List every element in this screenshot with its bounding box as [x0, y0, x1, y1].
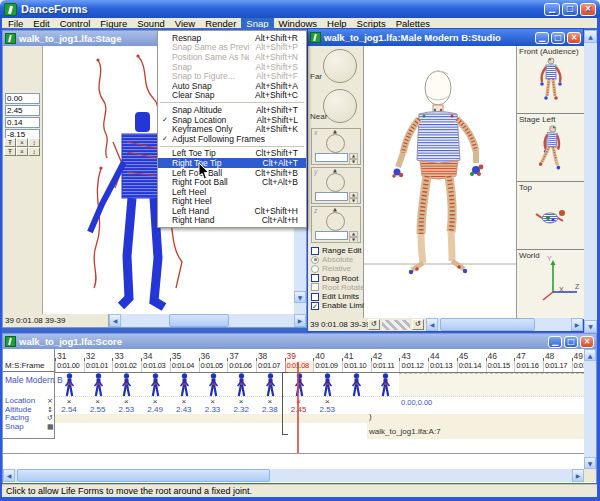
frame-number-36[interactable]: 36 — [199, 351, 227, 361]
frame-number-39[interactable]: 39 — [285, 351, 313, 361]
frame-number-40[interactable]: 40 — [313, 351, 341, 361]
near-camera-dial[interactable] — [323, 89, 357, 123]
snap-menu-item-left-hand[interactable]: Left HandClt+Shift+H — [158, 206, 306, 216]
snap-menu-item-left-heel[interactable]: Left Heel — [158, 187, 306, 197]
frame-number-43[interactable]: 43 — [399, 351, 427, 361]
frame-time-37[interactable]: 0:01.06 — [227, 361, 256, 372]
score-timeline[interactable]: 310:01.00 ×2.54320:01.01 ×2.55330:01.02 … — [3, 349, 596, 483]
altitude-value-36[interactable]: 2.33 — [199, 405, 227, 414]
stage-field-1[interactable] — [5, 105, 40, 116]
keyframe-figure-37[interactable] — [235, 373, 248, 398]
frame-number-42[interactable]: 42 — [371, 351, 399, 361]
rotate-view-icon[interactable]: ↺ — [368, 319, 380, 330]
frame-time-47[interactable]: 0:01.16 — [514, 361, 543, 372]
scroll-down-icon[interactable]: ▼ — [294, 291, 306, 303]
frame-number-48[interactable]: 48 — [543, 351, 571, 361]
snap-menu-item-keyframes-only[interactable]: Keyframes OnlyAlt+Shift+K — [158, 124, 306, 134]
scroll-left-icon[interactable]: ◀ — [3, 469, 15, 482]
frame-time-35[interactable]: 0:01.04 — [170, 361, 199, 372]
studio-option-enable-limits[interactable]: ✓Enable Limits — [311, 301, 370, 310]
dial-circle[interactable] — [326, 134, 345, 153]
keyframe-figure-39[interactable] — [293, 373, 306, 398]
view-world[interactable]: World Y X Z — [517, 250, 585, 318]
y-slider[interactable] — [315, 192, 348, 201]
z-slider[interactable] — [315, 231, 348, 240]
altitude-value-40[interactable]: 2.53 — [313, 405, 341, 414]
stage-tool-button-0[interactable]: Ŧ — [4, 138, 16, 147]
snap-menu-item-right-heel[interactable]: Right Heel — [158, 197, 306, 207]
studio-maximize-button[interactable]: □ — [551, 32, 565, 44]
far-camera-dial[interactable] — [323, 49, 357, 83]
snap-menu-item-snap[interactable]: SnapAlt+Shift+S — [158, 62, 306, 72]
studio-horizontal-scrollbar[interactable]: ◀ ▶ — [426, 318, 583, 331]
minimize-button[interactable]: ▁ — [544, 3, 560, 16]
snap-menu-item-auto-snap[interactable]: Auto SnapAlt+Shift+A — [158, 81, 306, 91]
keyframe-figure-33[interactable] — [120, 373, 133, 398]
scroll-left-icon[interactable]: ◀ — [426, 318, 438, 331]
scroll-up-icon[interactable]: ▲ — [584, 30, 597, 43]
frame-time-38[interactable]: 0:01.07 — [256, 361, 285, 372]
rotate-view-icon[interactable]: ↺ — [412, 319, 424, 330]
frame-time-31[interactable]: 0:01.00 — [55, 361, 84, 372]
stage-tool-button-2[interactable]: ↕ — [28, 138, 40, 147]
score-vertical-scrollbar[interactable]: ▲ ▼ — [584, 349, 596, 469]
studio-titlebar[interactable]: walk_to_jog1.lfa:Male Modern B:Studio ▁ … — [308, 29, 583, 46]
scroll-up-icon[interactable]: ▲ — [584, 349, 596, 361]
stage-tool-button-3[interactable]: Ŧ — [4, 147, 16, 156]
scroll-left-icon[interactable]: ◀ — [109, 314, 121, 327]
studio-option-drag-root[interactable]: Drag Root — [311, 274, 358, 283]
snap-menu-item-position-same-as-next[interactable]: Position Same As NextAlt+Shift+N — [158, 52, 306, 62]
spin-down-icon[interactable]: ▼ — [349, 159, 358, 165]
frame-number-45[interactable]: 45 — [457, 351, 485, 361]
keyframe-figure-32[interactable] — [92, 373, 105, 398]
snap-menu-item-clear-snap[interactable]: Clear SnapAlt+Shift+C — [158, 91, 306, 101]
snap-menu-item-right-hand[interactable]: Right HandClt+Alt+H — [158, 216, 306, 226]
frame-time-34[interactable]: 0:01.03 — [141, 361, 170, 372]
frame-number-47[interactable]: 47 — [514, 351, 542, 361]
x-spinner[interactable]: ▲▼ — [349, 153, 358, 162]
altitude-value-37[interactable]: 2.32 — [227, 405, 255, 414]
scroll-down-icon[interactable]: ▼ — [584, 457, 596, 469]
main-titlebar[interactable]: DanceForms ▁ □ × — [0, 0, 600, 18]
frame-number-32[interactable]: 32 — [84, 351, 112, 361]
mdi-vertical-scrollbar[interactable]: ▲ ▼ — [584, 30, 597, 333]
keyframe-figure-35[interactable] — [178, 373, 191, 398]
snap-menu-item-right-foot-ball[interactable]: Right Foot BallClt+Alt+B — [158, 177, 306, 187]
current-frame-marker[interactable] — [297, 362, 299, 454]
frame-time-36[interactable]: 0:01.05 — [199, 361, 228, 372]
x-slider[interactable] — [315, 153, 348, 162]
y-spinner[interactable]: ▲▼ — [349, 192, 358, 201]
keyframe-figure-40[interactable] — [321, 373, 334, 398]
score-titlebar[interactable]: walk_to_jog1.lfa:Score ▁ □ × — [3, 334, 596, 349]
studio-option-edit-limits[interactable]: Edit Limits — [311, 292, 359, 301]
frame-time-45[interactable]: 0:01.14 — [457, 361, 486, 372]
keyframe-figure-41[interactable] — [350, 373, 363, 398]
scroll-right-icon[interactable]: ▶ — [571, 318, 583, 331]
stage-tool-button-5[interactable]: ↕ — [28, 147, 40, 156]
studio-option-range-edit[interactable]: Range Edit — [311, 246, 362, 255]
snap-menu-item-snap-altitude[interactable]: Snap AltitudeAlt+Shift+T — [158, 105, 306, 115]
studio-minimize-button[interactable]: ▁ — [535, 32, 549, 44]
stage-field-0[interactable] — [5, 93, 40, 104]
frame-number-44[interactable]: 44 — [428, 351, 456, 361]
score-pane-divider[interactable] — [3, 453, 596, 454]
dial-circle[interactable] — [326, 173, 345, 192]
frame-time-42[interactable]: 0:01.11 — [371, 361, 400, 372]
frame-number-35[interactable]: 35 — [170, 351, 198, 361]
frame-time-40[interactable]: 0:01.09 — [313, 361, 342, 372]
frame-time-43[interactable]: 0:01.12 — [399, 361, 428, 372]
snap-menu-item-left-foot-ball[interactable]: Left Foot BallClt+Shift+B — [158, 168, 306, 178]
altitude-value-33[interactable]: 2.53 — [112, 405, 140, 414]
score-horizontal-scrollbar[interactable]: ◀ ▶ — [3, 469, 584, 482]
stage-horizontal-scrollbar[interactable]: ◀ ▶ — [109, 314, 306, 327]
studio-option-relative[interactable]: Relative — [311, 264, 351, 273]
close-button[interactable]: × — [580, 3, 596, 16]
snap-menu-item-snap-same-as-previous[interactable]: Snap Same as PreviousAlt+Shift+P — [158, 43, 306, 53]
scroll-down-icon[interactable]: ▼ — [584, 320, 597, 333]
studio-close-button[interactable]: × — [567, 32, 581, 44]
view-stage-left[interactable]: Stage Left — [517, 114, 585, 182]
frame-number-38[interactable]: 38 — [256, 351, 284, 361]
spin-down-icon[interactable]: ▼ — [349, 198, 358, 204]
frame-time-41[interactable]: 0:01.10 — [342, 361, 371, 372]
snap-menu-item-snap-to-figure[interactable]: Snap to Figure...Alt+Shift+F — [158, 71, 306, 81]
